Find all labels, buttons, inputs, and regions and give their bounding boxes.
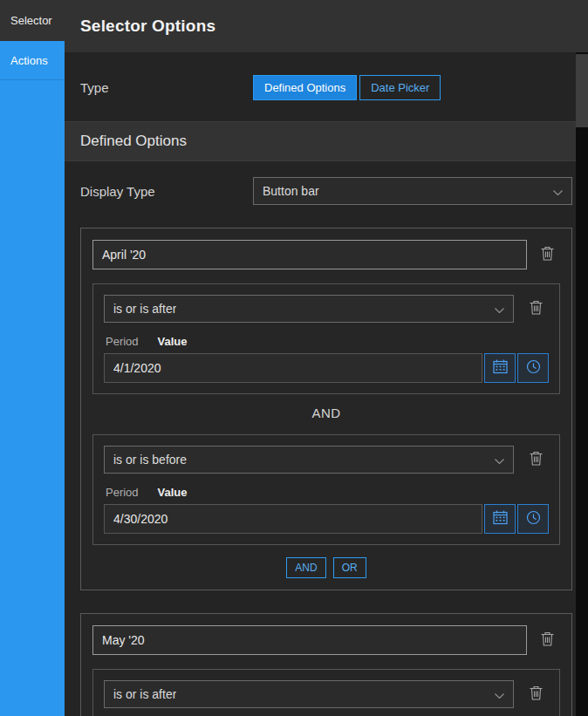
condition-joiner-label: AND [92,406,560,420]
page-title: Selector Options [80,17,215,36]
delete-condition-button[interactable] [523,296,549,322]
trash-icon [530,451,543,468]
operator-select[interactable]: is or is before [104,446,514,474]
clock-button[interactable] [517,353,549,383]
scrollbar-thumb[interactable] [576,54,588,127]
operator-value: is or is after [113,302,176,316]
sidebar-tab-actions[interactable]: Actions [0,41,65,80]
add-and-button[interactable]: AND [286,557,325,578]
trash-icon [530,685,543,703]
clock-icon [526,359,541,377]
date-value-input[interactable] [104,504,482,534]
main-panel: Selector Options Type Defined Options Da… [65,0,588,716]
delete-condition-button[interactable] [523,681,549,707]
option-name-input[interactable] [92,240,527,269]
type-row: Type Defined Options Date Picker [80,75,572,100]
calendar-icon [493,510,508,528]
calendar-button[interactable] [484,353,516,383]
calendar-icon [493,359,508,377]
option-group-april: is or is after Period [80,228,572,590]
date-value-row [104,504,549,534]
value-label[interactable]: Value [158,486,188,499]
delete-option-button[interactable] [534,242,560,268]
sidebar-tab-selector[interactable]: Selector [0,0,65,41]
condition-operator-row: is or is after [104,295,549,323]
type-label: Type [80,80,253,95]
trash-icon [541,246,554,263]
condition-operator-row: is or is before [104,446,549,474]
type-button-group: Defined Options Date Picker [253,75,441,100]
operator-select[interactable]: is or is after [104,680,514,708]
date-value-input[interactable] [104,353,482,383]
condition-operator-row: is or is after [104,680,549,708]
condition-box: is or is after Period [92,283,560,394]
trash-icon [541,631,554,649]
period-value-toggle: Period Value [106,486,549,499]
panel-content: Type Defined Options Date Picker Defined… [65,52,576,716]
add-or-button[interactable]: OR [333,557,366,578]
chevron-down-icon [553,184,563,198]
display-type-select[interactable]: Button bar [253,177,572,205]
trash-icon [530,300,543,317]
delete-condition-button[interactable] [523,447,549,473]
calendar-button[interactable] [484,504,516,534]
chevron-down-icon [495,453,504,467]
period-label[interactable]: Period [106,335,139,348]
clock-icon [526,510,541,528]
condition-box: is or is after [92,669,560,716]
chevron-down-icon [495,687,504,701]
option-group-may: is or is after [80,613,572,716]
date-picker-button[interactable]: Date Picker [359,75,441,100]
section-header-defined-options: Defined Options [65,121,576,161]
panel-header: Selector Options [65,0,588,52]
condition-box: is or is before Period [92,434,560,545]
operator-select[interactable]: is or is after [104,295,514,323]
sidebar: Selector Actions [0,0,65,716]
date-value-row [104,353,549,383]
display-type-row: Display Type Button bar [80,177,572,205]
selector-options-panel: Selector Actions Selector Options Type D… [0,0,588,716]
value-label[interactable]: Value [158,335,188,348]
option-name-input[interactable] [92,625,527,655]
section-title: Defined Options [80,133,187,150]
defined-options-button[interactable]: Defined Options [253,75,357,100]
period-label[interactable]: Period [106,486,139,499]
operator-value: is or is after [113,687,176,701]
display-type-label: Display Type [80,184,253,199]
operator-value: is or is before [113,453,187,467]
scrollbar[interactable] [576,52,588,716]
delete-option-button[interactable] [534,627,560,653]
add-condition-row: AND OR [92,557,560,578]
clock-button[interactable] [517,504,549,534]
period-value-toggle: Period Value [106,335,549,348]
chevron-down-icon [495,302,504,316]
option-name-row [92,240,560,269]
option-name-row [92,625,560,655]
display-type-value: Button bar [263,184,319,198]
